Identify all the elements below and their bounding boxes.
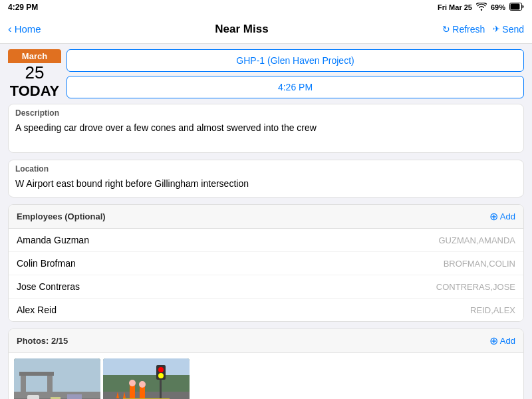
svg-rect-25 (140, 386, 145, 398)
add-employee-button[interactable]: ⊕ Add (489, 210, 515, 223)
add-photo-icon: ⊕ (489, 334, 498, 347)
time-display: 4:29 PM (8, 3, 38, 12)
day-label: 25 (25, 63, 45, 82)
project-selector[interactable]: GHP-1 (Glen Haven Project) (66, 49, 524, 72)
photo-thumbnail-1[interactable] (14, 358, 100, 399)
photos-grid (9, 353, 523, 399)
location-label: Location (9, 160, 523, 175)
back-label: Home (15, 23, 41, 35)
time-selector[interactable]: 4:26 PM (66, 76, 524, 98)
status-time: 4:29 PM (8, 3, 38, 12)
add-employee-label: Add (500, 211, 515, 221)
svg-rect-17 (103, 392, 190, 399)
employee-name: Colin Brofman (17, 258, 76, 269)
table-row[interactable]: Alex Reid REID,ALEX (9, 299, 523, 321)
svg-rect-23 (130, 385, 135, 398)
date-block: March 25 TODAY (8, 49, 61, 100)
svg-rect-13 (67, 394, 82, 399)
photos-section: Photos: 2/15 ⊕ Add (8, 329, 524, 399)
refresh-button[interactable]: ↻ Refresh (442, 24, 485, 35)
send-button[interactable]: ✈ Send (493, 24, 524, 35)
add-photo-label: Add (500, 336, 515, 346)
table-row[interactable]: Jose Contreras CONTRERAS,JOSE (9, 275, 523, 299)
top-row: March 25 TODAY GHP-1 (Glen Haven Project… (8, 49, 524, 100)
chevron-left-icon: ‹ (8, 23, 12, 36)
month-label: March (8, 49, 61, 63)
add-employee-icon: ⊕ (489, 210, 498, 223)
table-row[interactable]: Colin Brofman BROFMAN,COLIN (9, 252, 523, 275)
svg-rect-11 (27, 395, 39, 399)
employee-list: Amanda Guzman GUZMAN,AMANDA Colin Brofma… (9, 229, 523, 321)
nav-bar: ‹ Home Near Miss ↻ Refresh ✈ Send (0, 15, 532, 44)
employee-name: Amanda Guzman (17, 235, 89, 245)
add-photo-button[interactable]: ⊕ Add (489, 334, 515, 347)
employee-name: Jose Contreras (17, 281, 80, 292)
refresh-icon: ↻ (442, 24, 450, 35)
send-icon: ✈ (493, 24, 500, 34)
status-bar: 4:29 PM Fri Mar 25 69% (0, 0, 532, 15)
status-icons: Fri Mar 25 69% (438, 3, 524, 12)
today-label: TODAY (10, 82, 60, 100)
battery-display: 69% (491, 3, 505, 11)
employees-section: Employees (Optional) ⊕ Add Amanda Guzman… (8, 204, 524, 322)
page-title: Near Miss (215, 23, 268, 36)
svg-point-22 (158, 373, 164, 378)
photos-header: Photos: 2/15 ⊕ Add (9, 329, 523, 353)
svg-point-21 (158, 367, 164, 372)
svg-rect-16 (103, 375, 190, 392)
employees-label: Employees (Optional) (17, 211, 106, 221)
project-time-col: GHP-1 (Glen Haven Project) 4:26 PM (66, 49, 524, 100)
table-row[interactable]: Amanda Guzman GUZMAN,AMANDA (9, 229, 523, 252)
wifi-icon (476, 3, 487, 12)
battery-icon (509, 3, 524, 12)
description-label: Description (9, 104, 523, 119)
employees-header: Employees (Optional) ⊕ Add (9, 205, 523, 229)
back-button[interactable]: ‹ Home (8, 23, 41, 36)
location-text[interactable]: W Airport east bound right before Gillin… (9, 175, 523, 198)
description-text[interactable]: A speeding car drove over a few cones an… (9, 119, 523, 152)
svg-point-26 (139, 381, 146, 388)
svg-rect-10 (19, 372, 54, 376)
description-section: Description A speeding car drove over a … (8, 104, 524, 153)
refresh-label: Refresh (452, 24, 485, 35)
location-section: Location W Airport east bound right befo… (8, 160, 524, 198)
employee-id: CONTRERAS,JOSE (436, 282, 515, 292)
employee-id: REID,ALEX (470, 305, 515, 315)
photo-thumbnail-2[interactable] (103, 358, 190, 399)
photos-label: Photos: 2/15 (17, 336, 68, 346)
date-display: Fri Mar 25 (438, 3, 472, 11)
employee-id: BROFMAN,COLIN (444, 259, 515, 269)
nav-actions: ↻ Refresh ✈ Send (442, 24, 524, 35)
employee-name: Alex Reid (17, 305, 57, 315)
employee-id: GUZMAN,AMANDA (438, 235, 515, 245)
svg-rect-1 (511, 4, 520, 10)
svg-point-24 (129, 380, 136, 386)
send-label: Send (502, 24, 524, 35)
main-content: March 25 TODAY GHP-1 (Glen Haven Project… (0, 44, 532, 399)
